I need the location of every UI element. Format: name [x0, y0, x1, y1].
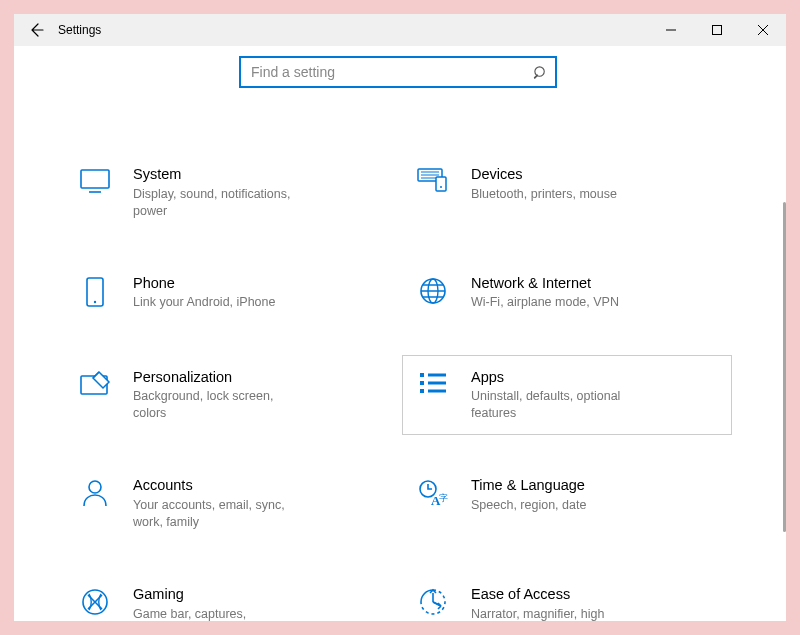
tile-ease-of-access[interactable]: Ease of Access Narrator, magnifier, high…: [402, 572, 732, 621]
tile-personalization[interactable]: Personalization Background, lock screen,…: [64, 355, 394, 436]
minimize-button[interactable]: [648, 14, 694, 46]
phone-icon: [75, 274, 115, 308]
tile-devices[interactable]: Devices Bluetooth, printers, mouse: [402, 152, 732, 233]
system-icon: [75, 165, 115, 195]
tile-sub: Your accounts, email, sync, work, family: [133, 497, 305, 531]
tile-sub: Uninstall, defaults, optional features: [471, 388, 643, 422]
tile-title: Devices: [471, 165, 617, 184]
svg-rect-0: [713, 26, 722, 35]
tile-phone[interactable]: Phone Link your Android, iPhone: [64, 261, 394, 327]
tile-title: Ease of Access: [471, 585, 643, 604]
personalization-icon: [75, 368, 115, 398]
svg-rect-13: [420, 389, 424, 393]
globe-icon: [413, 274, 453, 306]
tile-title: Gaming: [133, 585, 305, 604]
tile-sub: Display, sound, notifications, power: [133, 186, 305, 220]
search-icon: [533, 65, 548, 80]
close-icon: [758, 25, 768, 35]
search-row: [14, 46, 782, 88]
minimize-icon: [666, 25, 676, 35]
tile-sub: Wi-Fi, airplane mode, VPN: [471, 294, 619, 311]
tile-sub: Speech, region, date: [471, 497, 586, 514]
gaming-icon: [75, 585, 115, 617]
tile-title: Apps: [471, 368, 643, 387]
search-box[interactable]: [239, 56, 557, 88]
tile-title: Time & Language: [471, 476, 586, 495]
tile-system[interactable]: System Display, sound, notifications, po…: [64, 152, 394, 233]
tile-sub: Link your Android, iPhone: [133, 294, 275, 311]
accounts-icon: [75, 476, 115, 508]
tile-title: System: [133, 165, 305, 184]
scrollbar-thumb[interactable]: [783, 202, 786, 532]
tile-sub: Bluetooth, printers, mouse: [471, 186, 617, 203]
svg-text:字: 字: [439, 493, 448, 503]
svg-point-7: [94, 300, 96, 302]
arrow-left-icon: [28, 22, 44, 38]
tile-sub: Game bar, captures, broadcasting, Game M…: [133, 606, 305, 621]
tile-time-language[interactable]: A 字 Time & Language Speech, region, date: [402, 463, 732, 544]
tile-apps[interactable]: Apps Uninstall, defaults, optional featu…: [402, 355, 732, 436]
tile-accounts[interactable]: Accounts Your accounts, email, sync, wor…: [64, 463, 394, 544]
time-language-icon: A 字: [413, 476, 453, 508]
window-controls: [648, 14, 786, 46]
search-icon-button[interactable]: [525, 58, 555, 86]
apps-icon: [413, 368, 453, 396]
tile-network[interactable]: Network & Internet Wi-Fi, airplane mode,…: [402, 261, 732, 327]
tile-sub: Narrator, magnifier, high contrast: [471, 606, 643, 621]
tile-sub: Background, lock screen, colors: [133, 388, 305, 422]
svg-point-5: [440, 186, 442, 188]
search-input[interactable]: [241, 58, 525, 86]
settings-grid: System Display, sound, notifications, po…: [14, 152, 782, 621]
titlebar: Settings: [14, 14, 786, 46]
scroll-area: System Display, sound, notifications, po…: [14, 46, 782, 621]
svg-rect-12: [420, 381, 424, 385]
svg-rect-4: [436, 177, 446, 191]
close-button[interactable]: [740, 14, 786, 46]
settings-window: Settings: [14, 14, 786, 621]
tile-title: Network & Internet: [471, 274, 619, 293]
devices-icon: [413, 165, 453, 195]
ease-of-access-icon: [413, 585, 453, 617]
svg-point-14: [89, 481, 101, 493]
tile-title: Personalization: [133, 368, 305, 387]
maximize-button[interactable]: [694, 14, 740, 46]
svg-rect-11: [420, 373, 424, 377]
window-title: Settings: [58, 23, 101, 37]
tile-title: Phone: [133, 274, 275, 293]
tile-gaming[interactable]: Gaming Game bar, captures, broadcasting,…: [64, 572, 394, 621]
maximize-icon: [712, 25, 722, 35]
content-area: System Display, sound, notifications, po…: [14, 46, 786, 621]
svg-rect-2: [81, 170, 109, 188]
back-button[interactable]: [14, 14, 58, 46]
tile-title: Accounts: [133, 476, 305, 495]
